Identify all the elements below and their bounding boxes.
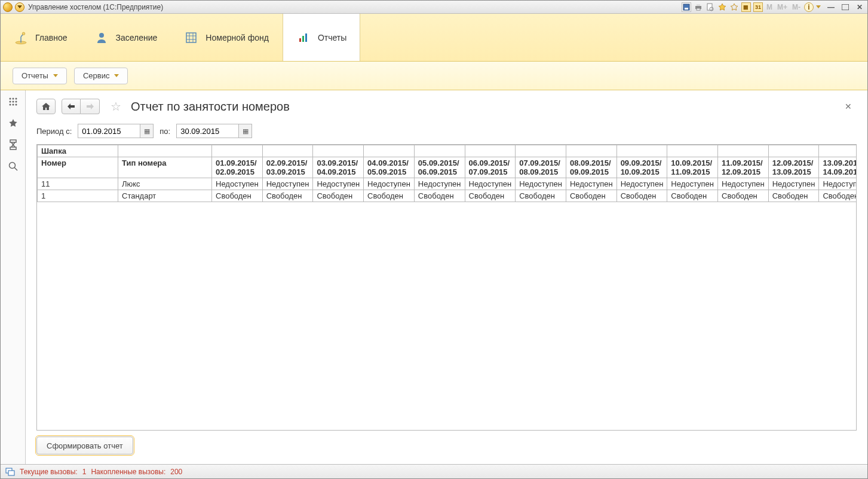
status-cell[interactable]: Свободен (566, 190, 617, 202)
status-cell[interactable]: Свободен (819, 190, 856, 202)
date-span-cell[interactable] (465, 145, 516, 157)
status-cell[interactable]: Свободен (414, 190, 465, 202)
status-icon[interactable] (5, 467, 15, 477)
date-header-cell[interactable]: 04.09.2015/05.09.2015 (364, 157, 415, 178)
date-span-cell[interactable] (667, 145, 718, 157)
history-icon[interactable] (8, 139, 19, 150)
date-header-cell[interactable]: 12.09.2015/13.09.2015 (768, 157, 819, 178)
maximize-button[interactable] (840, 2, 851, 12)
date-span-cell[interactable] (262, 145, 313, 157)
tab-reports[interactable]: Отчеты (283, 14, 360, 61)
print-icon[interactable] (694, 2, 703, 12)
tab-checkin[interactable]: Заселение (81, 14, 171, 61)
generate-report-button[interactable]: Сформировать отчет (36, 437, 133, 454)
date-span-cell[interactable] (364, 145, 415, 157)
info-dropdown-icon[interactable] (816, 5, 821, 8)
info-icon[interactable]: i (804, 2, 814, 12)
date-span-cell[interactable] (313, 145, 364, 157)
date-to-input[interactable] (176, 124, 239, 138)
date-span-cell[interactable] (768, 145, 819, 157)
forward-button[interactable] (81, 99, 100, 114)
status-cell[interactable]: Недоступен (768, 178, 819, 190)
date-header-cell[interactable]: 10.09.2015/11.09.2015 (667, 157, 718, 178)
shapka-cell[interactable]: Шапка (38, 145, 118, 157)
date-span-cell[interactable] (566, 145, 617, 157)
service-dropdown-button[interactable]: Сервис (74, 68, 128, 84)
date-header-cell[interactable]: 06.09.2015/07.09.2015 (465, 157, 516, 178)
star-icon[interactable] (8, 118, 19, 129)
status-cell[interactable]: Недоступен (212, 178, 263, 190)
minimize-button[interactable]: — (826, 2, 836, 12)
col-number-header[interactable]: Номер (38, 157, 118, 178)
table-row[interactable]: 11ЛюксНедоступенНедоступенНедоступенНедо… (38, 178, 857, 190)
status-cell[interactable]: Свободен (364, 190, 415, 202)
status-cell[interactable]: Недоступен (819, 178, 856, 190)
status-cell[interactable]: Недоступен (667, 178, 718, 190)
status-cell[interactable]: Недоступен (718, 178, 769, 190)
date-span-cell[interactable] (212, 145, 263, 157)
preview-icon[interactable] (706, 2, 715, 12)
date-header-cell[interactable]: 11.09.2015/12.09.2015 (718, 157, 769, 178)
status-cell[interactable]: Свободен (667, 190, 718, 202)
status-cell[interactable]: Недоступен (566, 178, 617, 190)
status-cell[interactable]: Недоступен (262, 178, 313, 190)
close-page-button[interactable]: ✕ (840, 99, 857, 114)
status-cell[interactable]: Свободен (465, 190, 516, 202)
room-type-cell[interactable]: Люкс (118, 178, 212, 190)
apps-icon[interactable] (8, 96, 19, 107)
date-header-cell[interactable]: 02.09.2015/03.09.2015 (262, 157, 313, 178)
date-header-cell[interactable]: 05.09.2015/06.09.2015 (414, 157, 465, 178)
favorite-star-button[interactable]: ☆ (109, 100, 122, 113)
date-header-cell[interactable]: 09.09.2015/10.09.2015 (617, 157, 667, 178)
status-cell[interactable]: Свободен (212, 190, 263, 202)
memory-mminus-icon[interactable]: M- (791, 3, 802, 11)
date-span-cell[interactable] (819, 145, 856, 157)
room-type-cell[interactable]: Стандарт (118, 190, 212, 202)
favorite-add-icon[interactable] (717, 2, 727, 12)
back-button[interactable] (62, 99, 81, 114)
status-cell[interactable]: Свободен (516, 190, 566, 202)
date-span-cell[interactable] (617, 145, 667, 157)
room-number-cell[interactable]: 11 (38, 178, 118, 190)
date-span-cell[interactable] (516, 145, 566, 157)
calendar-icon[interactable]: ▦ (239, 124, 252, 138)
status-cell[interactable]: Свободен (313, 190, 364, 202)
date-from-input[interactable] (78, 124, 140, 138)
date-header-cell[interactable]: 01.09.2015/02.09.2015 (212, 157, 263, 178)
memory-mplus-icon[interactable]: M+ (776, 3, 789, 11)
search-icon[interactable] (8, 161, 19, 172)
status-cell[interactable]: Недоступен (516, 178, 566, 190)
date-header-cell[interactable]: 03.09.2015/04.09.2015 (313, 157, 364, 178)
system-menu-button[interactable] (15, 2, 24, 12)
status-cell[interactable]: Недоступен (465, 178, 516, 190)
close-button[interactable]: ✕ (854, 2, 865, 12)
calendar-icon[interactable]: ▦ (140, 124, 154, 138)
col-type-header[interactable]: Тип номера (118, 157, 212, 178)
status-cell[interactable]: Недоступен (414, 178, 465, 190)
tab-main[interactable]: Главное (1, 14, 81, 61)
status-cell[interactable]: Свободен (617, 190, 667, 202)
reports-dropdown-button[interactable]: Отчеты (13, 68, 67, 84)
calculator-icon[interactable]: ▦ (741, 2, 751, 12)
status-cell[interactable]: Свободен (718, 190, 769, 202)
grid-scroll[interactable]: Шапка Номер Тип номера 01.09.2015/02.09.… (37, 145, 856, 430)
date-header-cell[interactable]: 13.09.2015/14.09.2015 (819, 157, 856, 178)
status-cell[interactable]: Недоступен (364, 178, 415, 190)
calendar-icon[interactable]: 31 (753, 2, 763, 12)
status-cell[interactable]: Недоступен (617, 178, 667, 190)
save-icon[interactable] (682, 2, 691, 12)
favorite-icon[interactable] (729, 2, 739, 12)
memory-m-icon[interactable]: M (765, 3, 774, 11)
date-span-cell[interactable] (718, 145, 769, 157)
empty-header-cell[interactable] (118, 145, 212, 157)
date-span-cell[interactable] (414, 145, 465, 157)
status-cell[interactable]: Недоступен (313, 178, 364, 190)
tab-rooms[interactable]: Номерной фонд (171, 14, 283, 61)
table-row[interactable]: 1СтандартСвободенСвободенСвободенСвободе… (38, 190, 857, 202)
date-header-cell[interactable]: 08.09.2015/09.09.2015 (566, 157, 617, 178)
status-cell[interactable]: Свободен (768, 190, 819, 202)
room-number-cell[interactable]: 1 (38, 190, 118, 202)
status-cell[interactable]: Свободен (262, 190, 313, 202)
home-button[interactable] (36, 99, 56, 114)
date-header-cell[interactable]: 07.09.2015/08.09.2015 (516, 157, 566, 178)
